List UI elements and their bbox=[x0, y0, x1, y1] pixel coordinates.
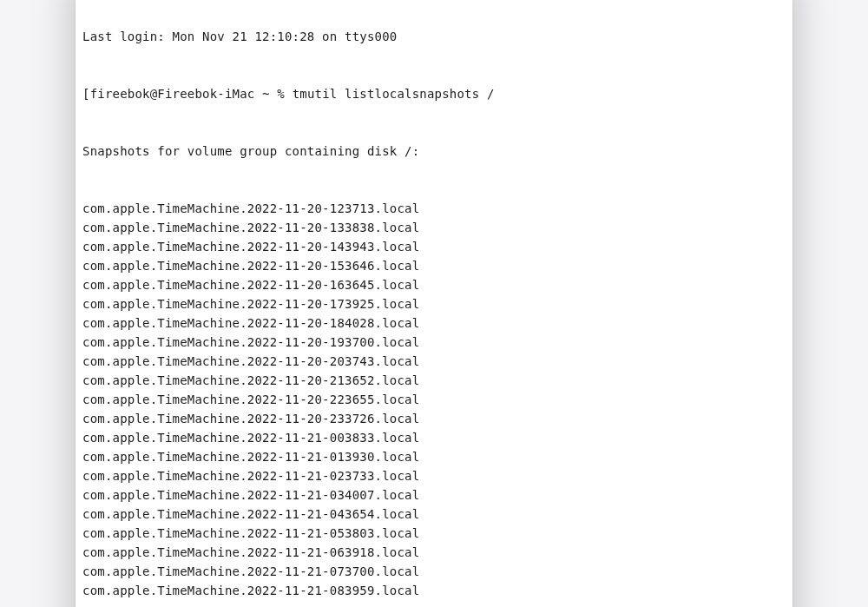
snapshot-line: com.apple.TimeMachine.2022-11-20-163645.… bbox=[82, 275, 786, 294]
snapshot-line: com.apple.TimeMachine.2022-11-21-013930.… bbox=[82, 447, 786, 466]
snapshot-line: com.apple.TimeMachine.2022-11-21-053803.… bbox=[82, 524, 786, 543]
snapshot-line: com.apple.TimeMachine.2022-11-20-203743.… bbox=[82, 352, 786, 371]
snapshot-line: com.apple.TimeMachine.2022-11-20-184028.… bbox=[82, 313, 786, 333]
snapshot-line: com.apple.TimeMachine.2022-11-20-173925.… bbox=[82, 294, 786, 313]
last-login-line: Last login: Mon Nov 21 12:10:28 on ttys0… bbox=[82, 27, 786, 46]
snapshot-line: com.apple.TimeMachine.2022-11-20-233726.… bbox=[82, 409, 786, 428]
snapshot-line: com.apple.TimeMachine.2022-11-20-193700.… bbox=[82, 333, 786, 352]
terminal-window: 🏠 fireebok — -zsh — 80×24 Last login: Mo… bbox=[76, 0, 792, 607]
snapshot-line: com.apple.TimeMachine.2022-11-20-123713.… bbox=[82, 199, 786, 218]
snapshot-line: com.apple.TimeMachine.2022-11-20-213652.… bbox=[82, 371, 786, 390]
snapshot-line: com.apple.TimeMachine.2022-11-21-063918.… bbox=[82, 543, 786, 562]
snapshot-line: com.apple.TimeMachine.2022-11-20-133838.… bbox=[82, 218, 786, 237]
snapshot-list: com.apple.TimeMachine.2022-11-20-123713.… bbox=[82, 199, 786, 600]
snapshot-line: com.apple.TimeMachine.2022-11-21-003833.… bbox=[82, 428, 786, 447]
snapshot-line: com.apple.TimeMachine.2022-11-21-083959.… bbox=[82, 581, 786, 600]
terminal-content[interactable]: Last login: Mon Nov 21 12:10:28 on ttys0… bbox=[76, 0, 792, 607]
snapshot-line: com.apple.TimeMachine.2022-11-21-043654.… bbox=[82, 505, 786, 524]
command-text: tmutil listlocalsnapshots / bbox=[293, 84, 495, 103]
prompt-text: fireebok@Fireebok-iMac ~ % bbox=[90, 84, 293, 103]
snapshot-line: com.apple.TimeMachine.2022-11-20-143943.… bbox=[82, 237, 786, 256]
prompt-open-bracket: [ bbox=[82, 84, 90, 103]
snapshot-line: com.apple.TimeMachine.2022-11-21-034007.… bbox=[82, 485, 786, 505]
snapshot-line: com.apple.TimeMachine.2022-11-21-073700.… bbox=[82, 562, 786, 581]
prompt-line: [fireebok@Fireebok-iMac ~ % tmutil listl… bbox=[82, 84, 786, 103]
response-header: Snapshots for volume group containing di… bbox=[82, 142, 786, 161]
snapshot-line: com.apple.TimeMachine.2022-11-20-153646.… bbox=[82, 256, 786, 275]
snapshot-line: com.apple.TimeMachine.2022-11-21-023733.… bbox=[82, 466, 786, 485]
snapshot-line: com.apple.TimeMachine.2022-11-20-223655.… bbox=[82, 390, 786, 409]
